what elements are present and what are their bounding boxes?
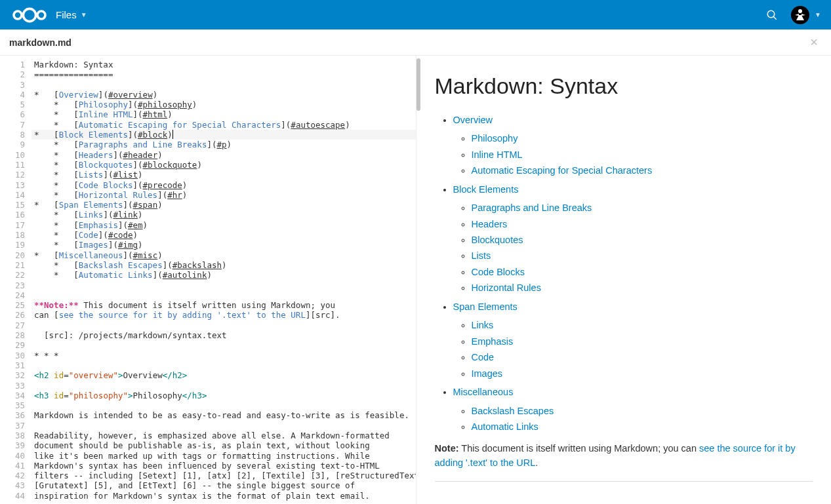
code-line[interactable]: * [Automatic Escaping for Special Charac… [31,120,416,130]
line-number: 25 [0,300,25,310]
code-line[interactable] [31,381,416,391]
code-area[interactable]: Markdown: Syntax================* [Overv… [31,60,416,501]
line-number: 26 [0,310,25,320]
code-line[interactable]: * [Lists](#list) [31,170,416,180]
toc-link[interactable]: Headers [472,219,508,229]
toc-link[interactable]: Inline HTML [472,149,523,160]
toc-link[interactable]: Philosophy [472,133,518,144]
close-icon[interactable]: × [806,35,822,50]
code-line[interactable]: Markdown is intended to be as easy-to-re… [31,410,416,420]
editor-pane[interactable]: 1234567891011121314151617181920212223242… [0,56,416,504]
code-line[interactable]: * [Philosophy](#philosophy) [31,100,416,109]
code-line[interactable]: can [see the source for it by adding '.t… [31,310,416,320]
code-line[interactable]: * [Blockquotes](#blockquote) [31,160,416,170]
toc-link[interactable]: Horizontal Rules [472,282,541,293]
note-text: This document is itself written using Ma… [461,443,699,454]
code-line[interactable]: * [Horizontal Rules](#hr) [31,190,416,200]
scrollbar-thumb[interactable] [416,58,420,111]
code-line[interactable]: filters -- including [Setext] [1], [atx]… [31,471,416,480]
code-line[interactable]: * [Automatic Links](#autolink) [31,270,416,280]
toc-item: OverviewPhilosophyInline HTMLAutomatic E… [453,113,813,178]
preview-hr [435,481,813,482]
code-line[interactable] [31,360,416,370]
code-line[interactable]: Markdown: Syntax [31,60,416,69]
line-number: 31 [0,360,25,370]
toc-link[interactable]: Emphasis [472,336,514,347]
toc-link[interactable]: Blockquotes [472,235,523,245]
code-line[interactable]: **Note:** This document is itself writte… [31,300,416,310]
code-line[interactable] [31,80,416,90]
code-line[interactable]: * [Miscellaneous](#misc) [31,250,416,260]
toc-link[interactable]: Block Elements [453,184,519,195]
line-number: 16 [0,210,25,220]
line-number: 22 [0,270,25,280]
code-line[interactable]: * [Code Blocks](#precode) [31,180,416,190]
code-line[interactable]: [src]: /projects/markdown/syntax.text [31,330,416,340]
code-line[interactable]: * [Paragraphs and Line Breaks](#p) [31,140,416,149]
code-line[interactable]: * [Inline HTML](#html) [31,109,416,119]
code-line[interactable]: like it's been marked up with tags or fo… [31,451,416,461]
toc-item: Span ElementsLinksEmphasisCodeImages [453,300,813,381]
code-line[interactable]: * * * [31,351,416,360]
code-line[interactable]: <h3 id="philosophy">Philosophy</h3> [31,391,416,400]
code-line[interactable]: * [Span Elements](#span) [31,200,416,210]
user-avatar[interactable] [791,6,809,24]
user-menu-caret-icon[interactable]: ▼ [815,11,821,18]
code-line[interactable]: * [Images](#img) [31,240,416,250]
toc-link[interactable]: Overview [453,115,493,125]
toc-link[interactable]: Automatic Links [472,421,538,432]
code-line[interactable]: * [Headers](#header) [31,150,416,160]
code-line[interactable]: Readability, however, is emphasized abov… [31,431,416,440]
preview-pane[interactable]: Markdown: Syntax OverviewPhilosophyInlin… [416,56,832,504]
nextcloud-logo-icon[interactable] [10,5,49,25]
toc-link[interactable]: Links [472,320,494,330]
line-gutter: 1234567891011121314151617181920212223242… [0,60,31,501]
caret-down-icon: ▼ [81,11,87,18]
line-number: 36 [0,410,25,420]
toc-link[interactable]: Code Blocks [472,267,525,277]
toc-link[interactable]: Code [472,352,495,362]
line-number: 13 [0,180,25,190]
toc-link[interactable]: Automatic Escaping for Special Character… [472,165,653,176]
code-line[interactable]: <h2 id="overview">Overview</h2> [31,370,416,380]
toc-item: MiscellaneousBackslash EscapesAutomatic … [453,385,813,434]
toc-subitem: Philosophy [472,131,813,145]
code-line[interactable]: * [Code](#code) [31,230,416,240]
code-line[interactable] [31,290,416,300]
code-line[interactable]: [Grutatext] [5], and [EtText] [6] -- the… [31,480,416,490]
line-number: 40 [0,451,25,461]
toc-subitem: Code Blocks [472,265,813,279]
search-icon[interactable] [766,9,778,21]
code-line[interactable] [31,340,416,350]
code-line[interactable] [31,320,416,330]
toc-link[interactable]: Paragraphs and Line Breaks [472,203,592,213]
app-menu-files[interactable]: Files ▼ [56,9,87,20]
toc-link[interactable]: Lists [472,250,491,261]
toc-subitem: Headers [472,217,813,231]
preview-h2-overview: Overview [435,497,813,504]
code-line[interactable]: ================ [31,69,416,79]
line-number: 20 [0,250,25,260]
code-line[interactable]: Markdown's syntax has been influenced by… [31,461,416,471]
toc-link[interactable]: Images [472,368,503,379]
code-line[interactable] [31,400,416,410]
code-line[interactable] [31,281,416,290]
line-number: 4 [0,90,25,100]
svg-point-3 [767,10,775,18]
code-line[interactable]: * [Links](#link) [31,210,416,220]
toc-link[interactable]: Span Elements [453,301,517,312]
toc-subitem: Automatic Links [472,419,813,434]
line-number: 33 [0,381,25,391]
toc-link[interactable]: Backslash Escapes [472,406,554,416]
code-line[interactable]: document should be publishable as-is, as… [31,440,416,450]
code-line[interactable]: inspiration for Markdown's syntax is the… [31,491,416,501]
line-number: 11 [0,160,25,170]
line-number: 9 [0,140,25,149]
toc-link[interactable]: Miscellaneous [453,387,514,397]
code-line[interactable]: * [Backslash Escapes](#backslash) [31,260,416,270]
line-number: 34 [0,391,25,400]
code-line[interactable]: * [Emphasis](#em) [31,220,416,230]
code-line[interactable] [31,421,416,431]
code-line[interactable]: * [Overview](#overview) [31,90,416,100]
code-line[interactable]: * [Block Elements](#block) [31,130,416,140]
